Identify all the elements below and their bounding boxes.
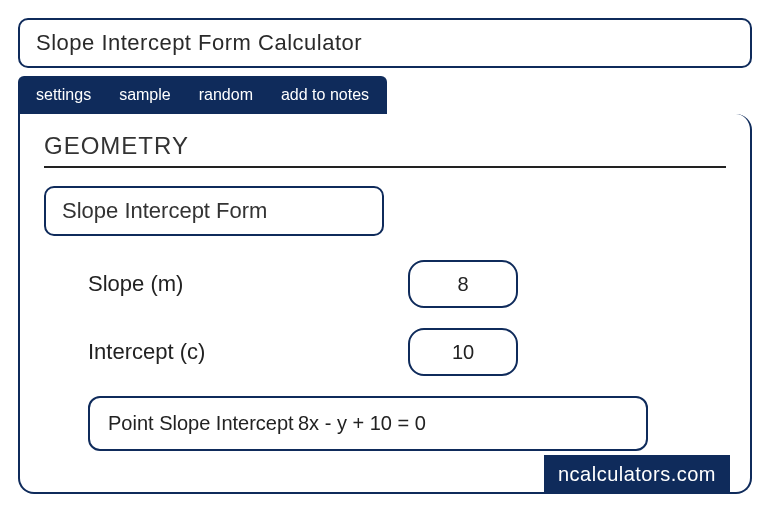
result-label: Point Slope Intercept <box>108 410 298 437</box>
calculator-title-bar: Slope Intercept Form Calculator <box>18 18 752 68</box>
brand-badge: ncalculators.com <box>544 455 730 494</box>
tab-sample[interactable]: sample <box>119 86 171 104</box>
intercept-input[interactable] <box>408 328 518 376</box>
form-title: Slope Intercept Form <box>62 198 267 223</box>
section-title: GEOMETRY <box>44 132 726 168</box>
tab-add-to-notes[interactable]: add to notes <box>281 86 369 104</box>
result-box: Point Slope Intercept 8x - y + 10 = 0 <box>88 396 648 451</box>
field-row-intercept: Intercept (c) <box>88 328 726 376</box>
form-title-box: Slope Intercept Form <box>44 186 384 236</box>
field-row-slope: Slope (m) <box>88 260 726 308</box>
tab-random[interactable]: random <box>199 86 253 104</box>
result-value: 8x - y + 10 = 0 <box>298 412 426 435</box>
calculator-title: Slope Intercept Form Calculator <box>36 30 362 55</box>
intercept-label: Intercept (c) <box>88 339 408 365</box>
tab-bar: settings sample random add to notes <box>18 76 387 114</box>
slope-label: Slope (m) <box>88 271 408 297</box>
slope-input[interactable] <box>408 260 518 308</box>
tab-settings[interactable]: settings <box>36 86 91 104</box>
main-panel: GEOMETRY Slope Intercept Form Slope (m) … <box>18 114 752 494</box>
